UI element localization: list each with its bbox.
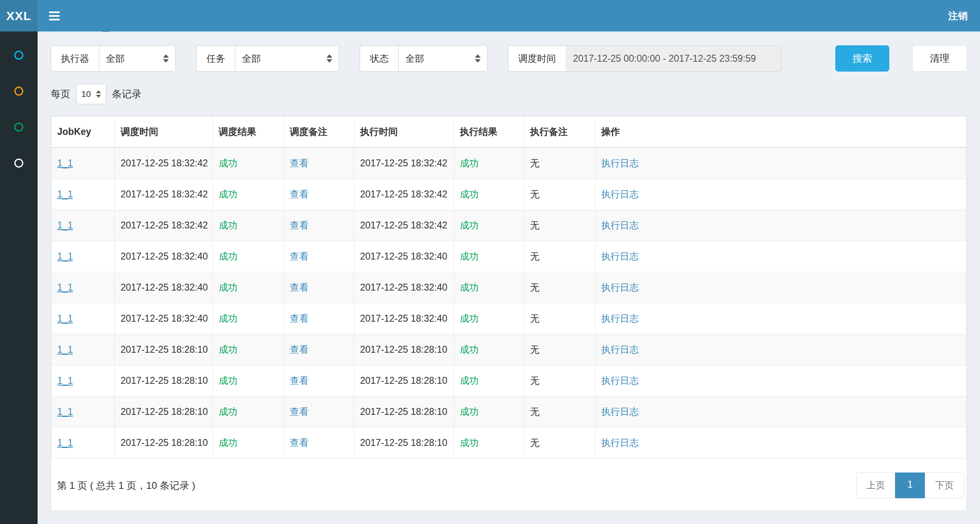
dispatch-remark-link[interactable]: 查看 <box>290 220 309 231</box>
time-range-input[interactable] <box>566 45 781 72</box>
select-arrows-icon <box>96 90 101 98</box>
exec-log-link[interactable]: 执行日志 <box>601 220 639 231</box>
exec-remark-cell: 无 <box>524 179 595 210</box>
dispatch-time-cell: 2017-12-25 18:32:42 <box>115 179 213 210</box>
table-row: 1_1 2017-12-25 18:32:40 成功 查看 2017-12-25… <box>51 272 967 303</box>
executor-filter-label: 执行器 <box>51 45 99 72</box>
sidebar-item-2[interactable] <box>0 73 38 109</box>
sidebar-item-3[interactable] <box>0 109 38 145</box>
sidebar-toggle-button[interactable] <box>38 0 71 31</box>
page-1-button[interactable]: 1 <box>895 472 925 498</box>
dispatch-remark-link[interactable]: 查看 <box>290 189 309 199</box>
dispatch-remark-link[interactable]: 查看 <box>290 375 309 386</box>
column-header-action[interactable]: 操作 <box>595 116 967 148</box>
exec-result-text: 成功 <box>460 344 479 355</box>
page-size-prefix: 每页 <box>51 87 70 101</box>
jobkey-link[interactable]: 1_1 <box>57 251 73 262</box>
exec-result-text: 成功 <box>460 437 479 448</box>
page-size-select[interactable]: 10 <box>76 84 106 104</box>
logout-link[interactable]: 注销 <box>948 9 968 22</box>
jobkey-link[interactable]: 1_1 <box>57 406 73 417</box>
dispatch-time-cell: 2017-12-25 18:32:42 <box>115 148 213 179</box>
next-page-button[interactable]: 下页 <box>925 472 964 498</box>
pagination-summary: 第 1 页 ( 总共 1 页，10 条记录 ) <box>57 479 195 492</box>
clear-button[interactable]: 清理 <box>912 45 967 72</box>
exec-log-link[interactable]: 执行日志 <box>601 189 639 199</box>
job-select[interactable]: 全部 <box>235 45 339 72</box>
hamburger-icon <box>49 11 60 13</box>
exec-log-link[interactable]: 执行日志 <box>601 437 639 448</box>
log-table: JobKey 调度时间 调度结果 调度备注 执行时间 执行结果 执行备注 操作 … <box>51 116 967 459</box>
jobkey-link[interactable]: 1_1 <box>57 158 73 168</box>
column-header-jobkey[interactable]: JobKey <box>51 116 115 148</box>
sidebar-item-4[interactable] <box>0 145 38 181</box>
filter-bar: 执行器 全部 任务 全部 状态 全部 调度时间 搜索 清理 <box>51 45 967 72</box>
exec-time-cell: 2017-12-25 18:32:40 <box>354 303 454 334</box>
dispatch-result-text: 成功 <box>219 406 237 417</box>
exec-remark-cell: 无 <box>524 148 595 179</box>
column-header-dispatch-remark[interactable]: 调度备注 <box>284 116 354 148</box>
jobkey-link[interactable]: 1_1 <box>57 189 73 199</box>
executor-select[interactable]: 全部 <box>99 45 176 72</box>
column-header-exec-time[interactable]: 执行时间 <box>354 116 454 148</box>
log-table-card: JobKey 调度时间 调度结果 调度备注 执行时间 执行结果 执行备注 操作 … <box>51 116 967 511</box>
dispatch-remark-link[interactable]: 查看 <box>290 251 309 262</box>
exec-log-link[interactable]: 执行日志 <box>601 375 639 386</box>
status-select-value: 全部 <box>405 52 424 65</box>
column-header-exec-remark[interactable]: 执行备注 <box>524 116 595 148</box>
job-select-value: 全部 <box>242 52 261 65</box>
jobkey-link[interactable]: 1_1 <box>57 375 73 386</box>
exec-log-link[interactable]: 执行日志 <box>601 344 639 355</box>
table-header-row: JobKey 调度时间 调度结果 调度备注 执行时间 执行结果 执行备注 操作 <box>51 116 967 148</box>
search-button[interactable]: 搜索 <box>835 45 889 72</box>
jobkey-link[interactable]: 1_1 <box>57 344 73 355</box>
jobkey-link[interactable]: 1_1 <box>57 220 73 231</box>
exec-result-text: 成功 <box>460 251 479 262</box>
exec-log-link[interactable]: 执行日志 <box>601 313 639 324</box>
exec-remark-cell: 无 <box>524 272 595 303</box>
exec-time-cell: 2017-12-25 18:32:42 <box>354 148 454 179</box>
dispatch-result-text: 成功 <box>219 375 237 386</box>
jobkey-link[interactable]: 1_1 <box>57 282 73 293</box>
column-header-exec-result[interactable]: 执行结果 <box>454 116 524 148</box>
executor-select-value: 全部 <box>106 52 125 65</box>
dispatch-time-cell: 2017-12-25 18:32:40 <box>115 241 213 272</box>
status-select[interactable]: 全部 <box>398 45 488 72</box>
dispatch-time-cell: 2017-12-25 18:32:42 <box>115 210 213 241</box>
exec-result-text: 成功 <box>460 189 479 199</box>
dispatch-remark-link[interactable]: 查看 <box>290 344 309 355</box>
exec-log-link[interactable]: 执行日志 <box>601 406 639 417</box>
exec-log-link[interactable]: 执行日志 <box>601 158 639 168</box>
exec-time-cell: 2017-12-25 18:32:40 <box>354 272 454 303</box>
exec-remark-cell: 无 <box>524 428 595 459</box>
page-size-value: 10 <box>81 89 91 99</box>
dispatch-time-cell: 2017-12-25 18:28:10 <box>115 334 213 365</box>
exec-log-link[interactable]: 执行日志 <box>601 282 639 293</box>
exec-remark-cell: 无 <box>524 241 595 272</box>
jobkey-link[interactable]: 1_1 <box>57 313 73 324</box>
exec-log-link[interactable]: 执行日志 <box>601 251 639 262</box>
dispatch-remark-link[interactable]: 查看 <box>290 282 309 293</box>
exec-remark-cell: 无 <box>524 365 595 396</box>
dispatch-time-cell: 2017-12-25 18:32:40 <box>115 272 213 303</box>
app-logo[interactable]: XXL <box>0 0 38 31</box>
table-row: 1_1 2017-12-25 18:28:10 成功 查看 2017-12-25… <box>51 365 967 396</box>
circle-icon <box>14 159 23 168</box>
dispatch-remark-link[interactable]: 查看 <box>290 437 309 448</box>
jobkey-link[interactable]: 1_1 <box>57 437 73 448</box>
main-content: 调度日志 任务调度中心 执行器 全部 任务 全部 状态 全部 调度时间 <box>38 0 980 511</box>
dispatch-result-text: 成功 <box>219 158 237 168</box>
table-footer: 第 1 页 ( 总共 1 页，10 条记录 ) 上页 1 下页 <box>51 459 967 511</box>
column-header-dispatch-time[interactable]: 调度时间 <box>115 116 213 148</box>
prev-page-button[interactable]: 上页 <box>856 472 895 498</box>
select-arrows-icon <box>327 54 332 63</box>
column-header-dispatch-result[interactable]: 调度结果 <box>213 116 284 148</box>
dispatch-remark-link[interactable]: 查看 <box>290 313 309 324</box>
sidebar-item-1[interactable] <box>0 37 38 73</box>
dispatch-remark-link[interactable]: 查看 <box>290 406 309 417</box>
exec-result-text: 成功 <box>460 158 479 168</box>
select-arrows-icon <box>163 54 169 63</box>
job-filter-label: 任务 <box>196 45 235 72</box>
circle-icon <box>14 123 23 132</box>
dispatch-remark-link[interactable]: 查看 <box>290 158 309 168</box>
